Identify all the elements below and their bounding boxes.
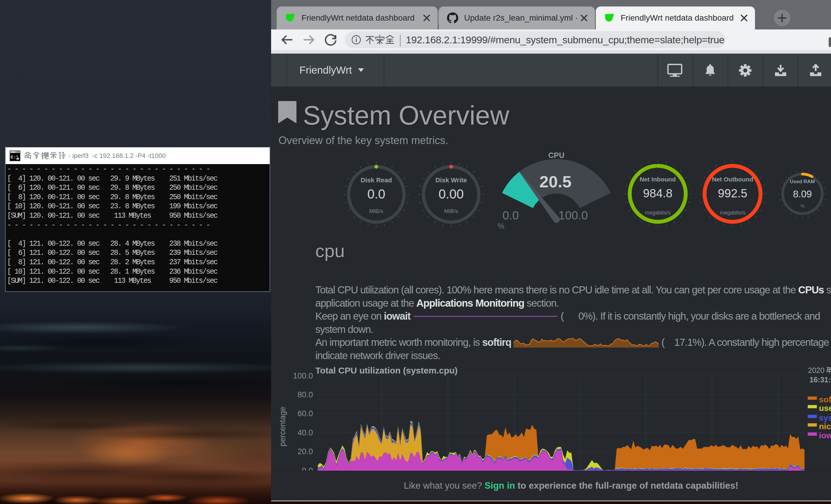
svg-text:984.8: 984.8 <box>643 187 672 200</box>
svg-text:Net Inbound: Net Inbound <box>640 176 676 183</box>
svg-text:100.0: 100.0 <box>558 209 588 222</box>
svg-text:CPU: CPU <box>548 151 565 160</box>
svg-text:sys: sys <box>819 413 831 422</box>
svg-text:0.00: 0.00 <box>438 187 464 201</box>
svg-text:992.5: 992.5 <box>718 187 747 200</box>
svg-text:80.0: 80.0 <box>297 390 313 399</box>
svg-text:2020: 2020 <box>808 366 825 375</box>
svg-text:use: use <box>819 404 831 413</box>
svg-text:20.5: 20.5 <box>540 172 572 191</box>
svg-text:nice: nice <box>819 422 831 431</box>
svg-text:%: % <box>497 221 504 230</box>
svg-text:Used RAM: Used RAM <box>790 179 815 184</box>
svg-text:Disk Write: Disk Write <box>435 176 467 184</box>
svg-text:Net Outbound: Net Outbound <box>712 176 753 183</box>
svg-text:60.0: 60.0 <box>297 409 313 418</box>
svg-text:0.0: 0.0 <box>367 187 385 201</box>
svg-text:soft: soft <box>819 395 831 404</box>
svg-text:100.0: 100.0 <box>293 372 313 380</box>
svg-text:megabits/s: megabits/s <box>645 210 670 216</box>
svg-text:16:31:2: 16:31:2 <box>809 376 831 384</box>
svg-text:MiB/s: MiB/s <box>369 208 383 214</box>
svg-text:MiB/s: MiB/s <box>444 208 458 214</box>
svg-text:40.0: 40.0 <box>297 428 313 437</box>
svg-text:percentage: percentage <box>278 407 287 446</box>
svg-text:20.0: 20.0 <box>297 447 313 456</box>
svg-text:8.09: 8.09 <box>793 188 812 200</box>
svg-text:Disk Read: Disk Read <box>361 176 392 184</box>
svg-text:iow: iow <box>819 431 831 440</box>
svg-text:Total CPU utilization (system.: Total CPU utilization (system.cpu) <box>315 365 458 375</box>
svg-text:megabits/s: megabits/s <box>720 210 745 216</box>
svg-text:0.0: 0.0 <box>503 209 519 222</box>
svg-text:%: % <box>801 204 804 208</box>
